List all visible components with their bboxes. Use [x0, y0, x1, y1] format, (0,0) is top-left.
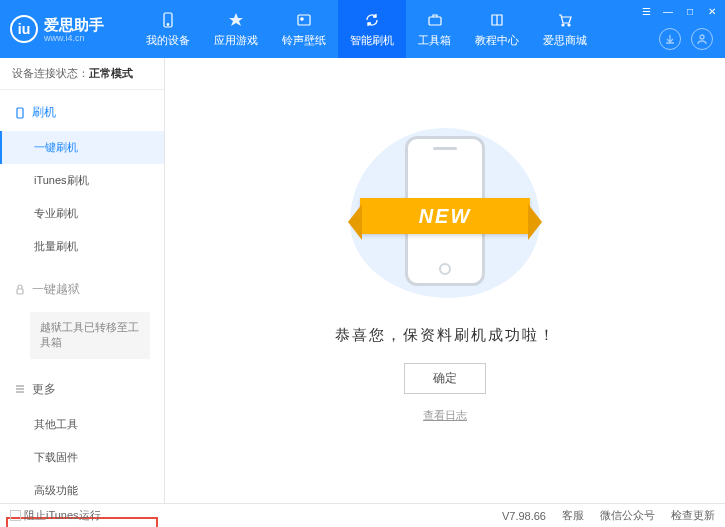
- nav-label: 教程中心: [475, 33, 519, 48]
- status-label: 设备连接状态：: [12, 67, 89, 79]
- minimize-icon[interactable]: —: [661, 4, 675, 18]
- status-value: 正常模式: [89, 67, 133, 79]
- sidebar-flash-header[interactable]: 刷机: [0, 94, 164, 131]
- footer-link-support[interactable]: 客服: [562, 508, 584, 523]
- phone-icon: [159, 11, 177, 29]
- app-header: iu 爱思助手 www.i4.cn 我的设备 应用游戏 铃声壁纸 智能刷机 工具…: [0, 0, 725, 58]
- nav-label: 应用游戏: [214, 33, 258, 48]
- svg-rect-9: [17, 289, 23, 294]
- sidebar-header-label: 刷机: [32, 104, 56, 121]
- nav-toolbox[interactable]: 工具箱: [406, 0, 463, 58]
- sidebar-jailbreak-note: 越狱工具已转移至工具箱: [30, 312, 150, 359]
- nav-tutorials[interactable]: 教程中心: [463, 0, 531, 58]
- sidebar-header-label: 一键越狱: [32, 281, 80, 298]
- ok-button[interactable]: 确定: [404, 363, 486, 394]
- app-logo: iu 爱思助手 www.i4.cn: [10, 15, 104, 43]
- sidebar-item-batch-flash[interactable]: 批量刷机: [0, 230, 164, 263]
- svg-rect-2: [298, 15, 310, 25]
- app-name: 爱思助手: [44, 16, 104, 35]
- book-icon: [488, 11, 506, 29]
- header-right-icons: [659, 28, 713, 50]
- new-ribbon: NEW: [360, 198, 530, 234]
- main-panel: NEW 恭喜您，保资料刷机成功啦！ 确定 查看日志: [165, 58, 725, 503]
- svg-point-6: [568, 24, 570, 26]
- user-icon[interactable]: [691, 28, 713, 50]
- sidebar: 设备连接状态：正常模式 刷机 一键刷机 iTunes刷机 专业刷机 批量刷机 一…: [0, 58, 165, 503]
- svg-point-7: [700, 35, 704, 39]
- svg-point-5: [562, 24, 564, 26]
- success-illustration: NEW: [350, 118, 540, 308]
- sidebar-item-itunes-flash[interactable]: iTunes刷机: [0, 164, 164, 197]
- nav-label: 工具箱: [418, 33, 451, 48]
- sidebar-item-pro-flash[interactable]: 专业刷机: [0, 197, 164, 230]
- device-status: 设备连接状态：正常模式: [0, 58, 164, 90]
- block-itunes-checkbox[interactable]: 阻止iTunes运行: [10, 508, 101, 523]
- sidebar-item-download-firmware[interactable]: 下载固件: [0, 441, 164, 474]
- svg-rect-4: [429, 17, 441, 25]
- phone-outline-icon: [14, 107, 26, 119]
- svg-rect-8: [17, 108, 23, 118]
- cart-icon: [556, 11, 574, 29]
- sidebar-more-header[interactable]: 更多: [0, 371, 164, 408]
- nav-apps-games[interactable]: 应用游戏: [202, 0, 270, 58]
- nav-label: 我的设备: [146, 33, 190, 48]
- toolbox-icon: [426, 11, 444, 29]
- nav-label: 爱思商城: [543, 33, 587, 48]
- svg-point-1: [167, 23, 169, 25]
- footer-link-wechat[interactable]: 微信公众号: [600, 508, 655, 523]
- checkbox-icon: [10, 510, 21, 521]
- version-label: V7.98.66: [502, 510, 546, 522]
- download-icon[interactable]: [659, 28, 681, 50]
- sidebar-item-oneclick-flash[interactable]: 一键刷机: [0, 131, 164, 164]
- logo-icon: iu: [10, 15, 38, 43]
- image-icon: [295, 11, 313, 29]
- success-message: 恭喜您，保资料刷机成功啦！: [335, 326, 556, 345]
- nav-label: 智能刷机: [350, 33, 394, 48]
- refresh-icon: [363, 11, 381, 29]
- window-controls: ☰ — □ ✕: [639, 4, 719, 18]
- view-log-link[interactable]: 查看日志: [423, 408, 467, 423]
- sidebar-item-other-tools[interactable]: 其他工具: [0, 408, 164, 441]
- list-icon: [14, 383, 26, 395]
- sidebar-header-label: 更多: [32, 381, 56, 398]
- sidebar-item-advanced[interactable]: 高级功能: [0, 474, 164, 507]
- nav-label: 铃声壁纸: [282, 33, 326, 48]
- nav-my-device[interactable]: 我的设备: [134, 0, 202, 58]
- nav-ringtones[interactable]: 铃声壁纸: [270, 0, 338, 58]
- app-icon: [227, 11, 245, 29]
- lock-icon: [14, 284, 26, 296]
- maximize-icon[interactable]: □: [683, 4, 697, 18]
- footer-link-update[interactable]: 检查更新: [671, 508, 715, 523]
- sidebar-jailbreak-header[interactable]: 一键越狱: [0, 271, 164, 308]
- svg-point-3: [301, 17, 303, 19]
- menu-icon[interactable]: ☰: [639, 4, 653, 18]
- nav-smart-flash[interactable]: 智能刷机: [338, 0, 406, 58]
- top-nav: 我的设备 应用游戏 铃声壁纸 智能刷机 工具箱 教程中心 爱思商城: [134, 0, 599, 58]
- nav-store[interactable]: 爱思商城: [531, 0, 599, 58]
- close-icon[interactable]: ✕: [705, 4, 719, 18]
